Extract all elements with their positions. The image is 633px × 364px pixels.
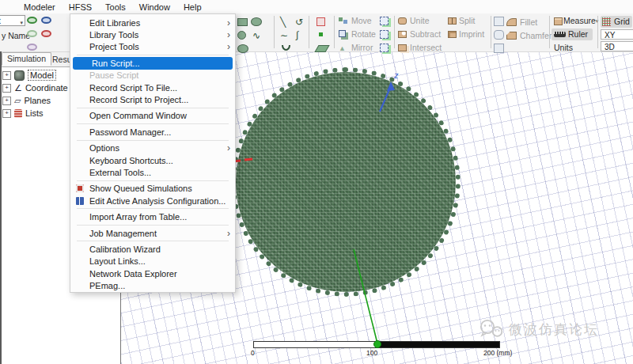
menu-item-edit-active-analysis-configuration[interactable]: Edit Active Analysis Configuration... bbox=[70, 195, 235, 207]
extend-face-icon[interactable] bbox=[494, 17, 504, 26]
menu-separator bbox=[77, 225, 229, 226]
rotate-button[interactable]: Rotate bbox=[351, 29, 376, 40]
menu-item-project-tools[interactable]: Project Tools › bbox=[70, 41, 235, 53]
line-tool-icon[interactable]: ╲ bbox=[280, 17, 286, 27]
expand-icon[interactable]: + bbox=[2, 109, 11, 118]
sweep-tool-icon[interactable]: ∿ bbox=[252, 31, 260, 40]
ellipse-tool-icon[interactable] bbox=[251, 17, 262, 26]
mirror-button[interactable]: Mirror bbox=[351, 43, 373, 53]
active-view-visibility-icon[interactable] bbox=[41, 17, 51, 24]
unite-button[interactable]: Unite bbox=[410, 16, 430, 26]
box-tool-icon[interactable] bbox=[316, 17, 325, 26]
show-all-icon[interactable] bbox=[27, 30, 37, 37]
menu-separator bbox=[77, 108, 229, 108]
tree-item-coordinate-systems[interactable]: + ∠ Coordinate Sy bbox=[2, 82, 81, 94]
tree-item-model[interactable]: + Model bbox=[2, 69, 56, 82]
view-mode-dropdown[interactable]: 3D bbox=[601, 41, 633, 51]
fillet-icon[interactable] bbox=[506, 18, 517, 26]
wechat-logo-icon bbox=[479, 319, 504, 339]
scale-tick-0: 0 bbox=[251, 349, 255, 357]
chevron-down-icon: ▾ bbox=[20, 17, 23, 28]
menu-item-network-data-explorer[interactable]: Network Data Explorer bbox=[70, 267, 235, 279]
menu-item-open-command-window[interactable]: Open Command Window bbox=[70, 110, 235, 122]
hide-inactive-icon[interactable] bbox=[27, 44, 37, 51]
menu-help[interactable]: Help bbox=[184, 2, 202, 12]
imprint-icon[interactable] bbox=[448, 31, 457, 38]
duplicate-along-line-icon[interactable] bbox=[380, 17, 389, 25]
split-button[interactable]: Split bbox=[459, 16, 475, 26]
toolbar-separator bbox=[334, 16, 335, 48]
tab-results[interactable]: Resu bbox=[52, 55, 72, 64]
menu-item-record-script-to-file[interactable]: Record Script To File... bbox=[70, 82, 235, 93]
menu-item-run-script[interactable]: Run Script... bbox=[73, 57, 233, 69]
point-tool-icon[interactable] bbox=[319, 32, 323, 36]
menu-item-keyboard-shortcuts[interactable]: Keyboard Shortcuts... bbox=[70, 154, 235, 166]
by-name-label[interactable]: y Name bbox=[2, 31, 30, 41]
menu-separator bbox=[77, 208, 229, 209]
toolbar-separator bbox=[491, 16, 491, 48]
menu-bar: Modeler HFSS Tools Window Help bbox=[0, 0, 633, 13]
move-icon[interactable] bbox=[339, 17, 343, 21]
polyline-tool-icon[interactable]: ∼ bbox=[280, 31, 288, 40]
menu-item-library-tools[interactable]: Library Tools › bbox=[70, 28, 235, 40]
duplicate-mirror-icon[interactable] bbox=[380, 44, 389, 52]
intersect-button[interactable]: Intersect bbox=[410, 43, 442, 53]
measure-button[interactable]: Measure bbox=[563, 16, 596, 26]
menu-item-show-queued-simulations[interactable]: Show Queued Simulations bbox=[70, 183, 235, 195]
imprint-button[interactable]: Imprint bbox=[459, 29, 484, 40]
subtract-icon[interactable] bbox=[398, 31, 407, 38]
split-icon[interactable] bbox=[448, 17, 457, 25]
menu-item-import-array-from-table[interactable]: Import Array from Table... bbox=[70, 210, 235, 222]
rotate-icon[interactable] bbox=[339, 30, 346, 37]
hide-all-icon[interactable] bbox=[41, 30, 51, 37]
units-button[interactable]: Units bbox=[554, 43, 573, 53]
menu-window[interactable]: Window bbox=[139, 2, 170, 12]
expand-icon[interactable]: + bbox=[2, 84, 11, 93]
tree-item-lists[interactable]: + Lists bbox=[2, 107, 44, 119]
offset-face-icon[interactable] bbox=[494, 30, 504, 40]
arc-tool-icon[interactable] bbox=[282, 45, 290, 51]
menu-modeler[interactable]: Modeler bbox=[24, 2, 55, 12]
measure-icon[interactable] bbox=[554, 17, 563, 25]
select-object-dropdown[interactable]: ct ▾ bbox=[0, 15, 25, 26]
menu-item-pemag[interactable]: PEmag... bbox=[70, 279, 235, 291]
unite-icon[interactable] bbox=[398, 17, 407, 25]
thicken-sheet-icon[interactable] bbox=[494, 44, 504, 53]
spline-tool-icon[interactable]: ∫ bbox=[296, 30, 298, 40]
tools-menu: Edit Libraries › Library Tools › Project… bbox=[70, 13, 236, 293]
menu-item-options[interactable]: Options › bbox=[70, 142, 235, 154]
rectangle-tool-icon[interactable] bbox=[237, 18, 248, 26]
expand-icon[interactable]: + bbox=[2, 97, 11, 105]
toolbar-separator bbox=[309, 16, 309, 48]
fillet-button[interactable]: Fillet bbox=[520, 17, 537, 28]
view-plane-dropdown[interactable]: XY bbox=[601, 29, 633, 40]
menu-item-external-tools[interactable]: External Tools... bbox=[70, 166, 235, 178]
tree-item-planes[interactable]: + ▱ Planes bbox=[2, 94, 51, 107]
menu-item-job-management[interactable]: Job Management › bbox=[70, 227, 235, 239]
menu-hfss[interactable]: HFSS bbox=[69, 2, 92, 12]
mirror-icon[interactable]: ▲ bbox=[339, 45, 346, 52]
chamfer-icon[interactable] bbox=[506, 32, 517, 40]
plane-tool-icon[interactable] bbox=[314, 45, 329, 52]
menu-item-record-script-to-project[interactable]: Record Script to Project... bbox=[70, 93, 235, 105]
menu-item-edit-libraries[interactable]: Edit Libraries › bbox=[70, 17, 235, 28]
move-button[interactable]: Move bbox=[351, 16, 372, 26]
menu-item-pause-script: Pause Script bbox=[70, 70, 235, 82]
menu-item-layout-links[interactable]: Layout Links... bbox=[70, 256, 235, 267]
circle-tool-icon[interactable] bbox=[237, 31, 246, 40]
tab-simulation[interactable]: Simulation bbox=[2, 52, 51, 66]
intersect-icon[interactable] bbox=[398, 44, 407, 51]
expand-icon[interactable]: + bbox=[2, 71, 11, 80]
subtract-button[interactable]: Subtract bbox=[410, 29, 441, 40]
spiral-tool-icon[interactable]: ↺ bbox=[295, 17, 303, 27]
menu-tools[interactable]: Tools bbox=[105, 2, 126, 12]
watermark-text: 微波仿真论坛 bbox=[509, 320, 599, 339]
lists-icon bbox=[14, 109, 22, 118]
array-model[interactable] bbox=[231, 67, 461, 297]
duplicate-around-axis-icon[interactable] bbox=[380, 30, 389, 39]
cylinder-tool-icon[interactable] bbox=[237, 44, 248, 53]
menu-item-calibration-wizard[interactable]: Calibration Wizard bbox=[70, 243, 235, 255]
chamfer-button[interactable]: Chamfer bbox=[520, 31, 552, 41]
show-selection-icon[interactable] bbox=[27, 17, 37, 24]
menu-item-password-manager[interactable]: Password Manager... bbox=[70, 126, 235, 138]
